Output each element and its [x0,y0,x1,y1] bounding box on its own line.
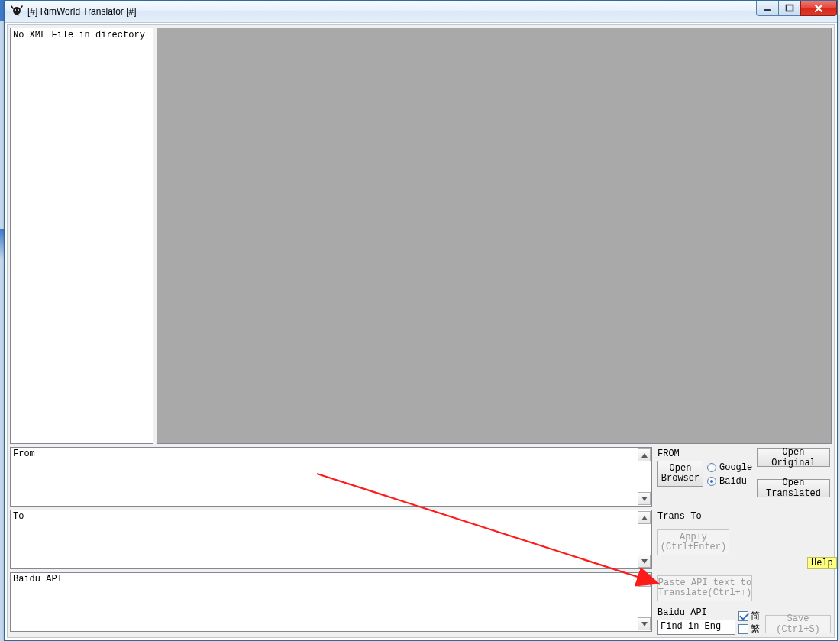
radio-baidu[interactable]: Baidu [707,476,747,487]
minimize-icon [763,4,772,13]
radio-icon-unchecked [707,463,716,472]
to-editor-label: To [13,511,24,522]
minimize-button[interactable] [756,1,779,16]
from-editor-label: From [13,448,35,459]
simplified-checkbox-row[interactable]: 简 [738,610,760,623]
scroll-up[interactable] [638,448,651,461]
from-editor[interactable]: From [10,447,652,507]
scroll-up[interactable] [638,511,651,524]
app-icon [11,5,23,18]
traditional-label: 繁 [751,623,760,636]
content-pane[interactable] [157,28,832,444]
from-scrollbar[interactable] [638,448,651,505]
svg-point-0 [13,7,21,15]
paste-api-button[interactable]: Paste API text to Translate(Ctrl+↑) [657,575,752,601]
svg-point-2 [18,9,19,11]
svg-point-1 [15,9,16,11]
client-area: No XML File in directory From To Baidu A… [7,24,835,638]
api-editor-label: Baidu API [13,574,63,584]
close-button[interactable] [800,1,837,16]
from-section-label: FROM [657,448,680,459]
open-translated-button[interactable]: Open Translated [757,479,830,497]
svg-rect-4 [787,5,793,11]
app-window: [#] RimWorld Translator [#] No XML File … [4,0,838,641]
baidu-api-editor[interactable]: Baidu API [10,572,652,632]
simplified-label: 简 [751,610,760,623]
maximize-button[interactable] [778,1,801,16]
traditional-checkbox-row[interactable]: 繁 [738,623,760,636]
scroll-down[interactable] [638,492,651,505]
open-browser-button[interactable]: Open Browser [657,461,703,487]
radio-icon-checked [707,477,716,486]
xml-file-list[interactable]: No XML File in directory [10,28,153,444]
api-scrollbar[interactable] [638,574,651,630]
trans-to-label: Trans To [657,511,702,522]
save-button[interactable]: Save (Ctrl+S) [765,615,831,633]
radio-google[interactable]: Google [707,462,752,473]
window-title: [#] RimWorld Translator [#] [27,6,137,17]
radio-baidu-label: Baidu [719,476,747,487]
window-controls [757,1,837,16]
scroll-up[interactable] [638,574,651,587]
checkbox-icon-unchecked [738,624,748,634]
scroll-down[interactable] [638,555,651,568]
radio-google-label: Google [719,462,752,473]
svg-rect-3 [764,9,771,11]
maximize-icon [785,4,794,13]
apply-button[interactable]: Apply (Ctrl+Enter) [657,529,729,555]
open-original-button[interactable]: Open Original [757,448,830,467]
file-list-empty-text: No XML File in directory [13,30,145,40]
close-icon [813,4,824,13]
to-editor[interactable]: To [10,510,652,569]
checkbox-icon-checked [738,611,748,621]
to-scrollbar[interactable] [638,511,651,568]
find-in-eng-field[interactable]: Find in Eng [657,620,735,635]
baidu-api-label: Baidu API [657,607,707,618]
help-badge[interactable]: Help [807,557,837,569]
titlebar[interactable]: [#] RimWorld Translator [#] [5,1,837,23]
scroll-down[interactable] [638,617,651,630]
